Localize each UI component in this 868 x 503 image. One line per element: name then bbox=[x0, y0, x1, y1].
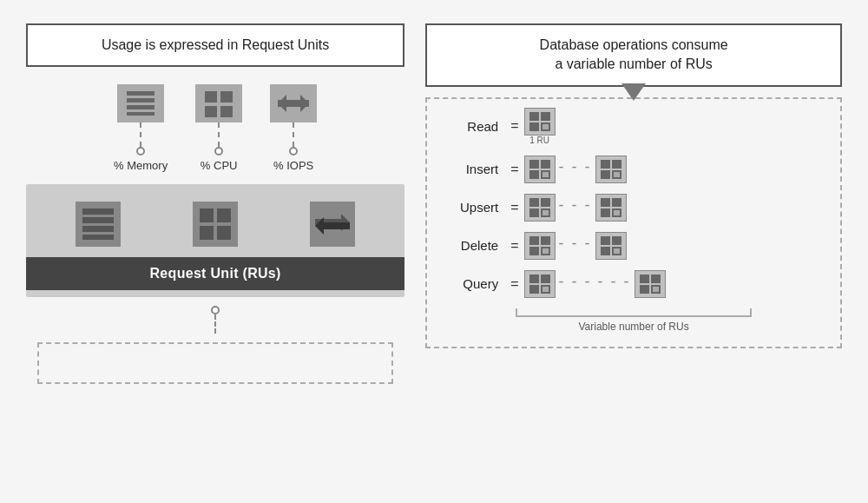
svg-rect-33 bbox=[601, 170, 610, 179]
right-title-line1: Database operations consume bbox=[540, 37, 728, 52]
svg-rect-56 bbox=[529, 275, 539, 283]
memory-label: % Memory bbox=[114, 159, 168, 172]
cpu-dash-line bbox=[218, 122, 220, 147]
svg-rect-22 bbox=[541, 112, 550, 121]
insert-dashes: - - - bbox=[559, 158, 592, 180]
svg-rect-36 bbox=[529, 198, 539, 207]
memory-icon bbox=[117, 84, 164, 122]
upsert-label: Upsert bbox=[443, 200, 505, 215]
grid-icon bbox=[193, 202, 238, 247]
cpu-label: % CPU bbox=[201, 159, 238, 172]
upsert-row: Upsert = - - - bbox=[443, 194, 825, 222]
svg-rect-7 bbox=[220, 106, 233, 117]
svg-rect-60 bbox=[542, 287, 549, 292]
ru-bottom-circle bbox=[211, 306, 220, 314]
svg-rect-32 bbox=[612, 160, 621, 169]
svg-rect-37 bbox=[541, 198, 550, 207]
svg-rect-58 bbox=[529, 285, 539, 294]
ru-bottom-dash bbox=[214, 314, 216, 334]
svg-rect-5 bbox=[220, 91, 233, 103]
svg-rect-57 bbox=[541, 275, 550, 283]
svg-rect-47 bbox=[541, 236, 550, 245]
upsert-eq: = bbox=[510, 200, 518, 215]
svg-rect-3 bbox=[127, 112, 155, 116]
left-title: Usage is expressed in Request Units bbox=[26, 23, 404, 67]
ru-dashed-box bbox=[37, 342, 393, 384]
svg-rect-21 bbox=[529, 112, 539, 121]
iops-circle bbox=[289, 147, 298, 156]
variable-brace bbox=[516, 308, 753, 317]
iops-dash-line bbox=[293, 122, 294, 147]
svg-rect-41 bbox=[601, 198, 610, 207]
iops-icon-item: % IOPS bbox=[270, 84, 317, 172]
svg-rect-2 bbox=[127, 105, 155, 109]
ru-label-bar: Request Unit (RUs) bbox=[26, 257, 404, 290]
delete-row: Delete = - - - bbox=[443, 232, 825, 260]
insert-ru-icon2 bbox=[595, 156, 627, 183]
query-dashes: - - - - - - bbox=[559, 273, 631, 295]
read-ru-icon bbox=[524, 108, 556, 136]
insert-row: Insert = - - - bbox=[443, 156, 825, 183]
arrows-icon bbox=[310, 202, 355, 247]
query-eq: = bbox=[510, 276, 518, 292]
svg-rect-13 bbox=[82, 235, 114, 240]
svg-rect-65 bbox=[653, 287, 659, 292]
memory-circle bbox=[136, 147, 145, 156]
ops-container: Read = 1 RU bbox=[425, 97, 842, 348]
cpu-icon-item: % CPU bbox=[195, 84, 242, 172]
svg-marker-20 bbox=[621, 83, 646, 101]
memory-dash-line bbox=[140, 122, 141, 147]
svg-rect-12 bbox=[82, 226, 114, 232]
svg-rect-52 bbox=[612, 236, 621, 245]
delete-label: Delete bbox=[443, 238, 505, 253]
query-row: Query = - - - - - - bbox=[443, 270, 825, 298]
svg-rect-62 bbox=[651, 275, 661, 283]
insert-label: Insert bbox=[443, 162, 505, 176]
svg-rect-43 bbox=[601, 208, 610, 217]
db-icon bbox=[76, 202, 121, 247]
svg-rect-6 bbox=[205, 106, 217, 117]
memory-icon-item: % Memory bbox=[114, 84, 168, 172]
svg-rect-63 bbox=[640, 285, 649, 294]
upsert-ru-icon bbox=[524, 194, 556, 222]
svg-rect-53 bbox=[601, 247, 610, 255]
insert-ru-icon bbox=[524, 156, 556, 183]
query-ru-icon bbox=[524, 270, 556, 298]
ru-icons-row bbox=[26, 191, 404, 257]
delete-eq: = bbox=[510, 238, 518, 254]
svg-rect-15 bbox=[217, 208, 231, 222]
svg-rect-4 bbox=[205, 91, 217, 103]
read-ru-label: 1 RU bbox=[529, 136, 549, 145]
svg-rect-40 bbox=[542, 210, 549, 215]
svg-rect-23 bbox=[529, 122, 539, 131]
delete-ru-icon bbox=[524, 232, 556, 260]
svg-rect-42 bbox=[612, 198, 621, 207]
svg-rect-50 bbox=[542, 248, 549, 254]
svg-rect-17 bbox=[217, 226, 231, 240]
svg-rect-10 bbox=[82, 208, 114, 215]
delete-dashes: - - - bbox=[559, 235, 592, 256]
delete-ru-icon2 bbox=[595, 232, 627, 260]
svg-rect-55 bbox=[614, 248, 620, 254]
bottom-dashed bbox=[211, 306, 220, 334]
svg-rect-16 bbox=[200, 226, 214, 240]
read-eq: = bbox=[510, 118, 518, 134]
svg-rect-26 bbox=[529, 160, 539, 169]
svg-rect-25 bbox=[542, 124, 549, 129]
ru-block: Request Unit (RUs) bbox=[26, 184, 404, 297]
read-row: Read = 1 RU bbox=[443, 108, 825, 145]
svg-rect-51 bbox=[601, 236, 610, 245]
svg-rect-27 bbox=[541, 160, 550, 169]
svg-rect-35 bbox=[614, 172, 620, 177]
svg-rect-28 bbox=[529, 170, 539, 179]
right-panel: Database operations consume a variable n… bbox=[425, 23, 842, 348]
svg-rect-14 bbox=[200, 208, 214, 222]
svg-rect-48 bbox=[529, 247, 539, 255]
insert-eq: = bbox=[510, 162, 518, 177]
variable-label: Variable number of RUs bbox=[579, 321, 689, 333]
upsert-dashes: - - - bbox=[559, 196, 592, 218]
read-label: Read bbox=[443, 119, 505, 134]
arrow-down-icon bbox=[621, 83, 646, 104]
svg-rect-45 bbox=[614, 210, 620, 215]
svg-rect-46 bbox=[529, 236, 539, 245]
